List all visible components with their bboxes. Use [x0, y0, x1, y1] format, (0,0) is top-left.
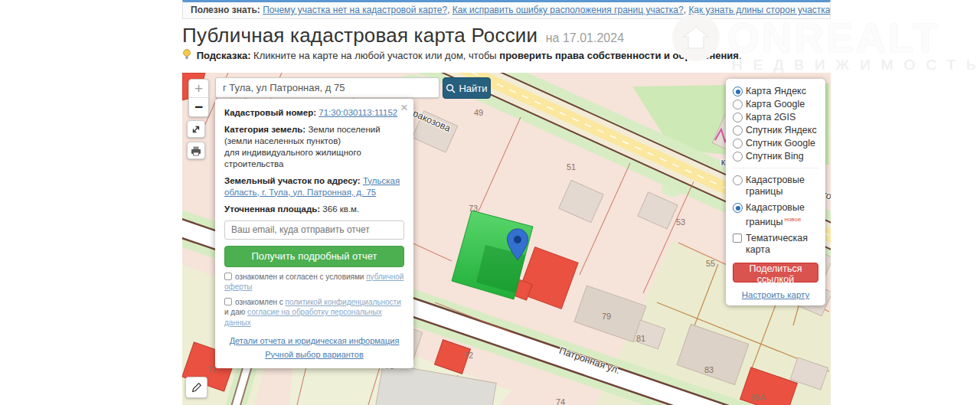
layers-panel: Карта Яндекс Карта Google Карта 2GIS Спу… — [726, 79, 825, 305]
overlay-label: Кадастровые границыновое — [746, 202, 818, 228]
parcel-info-popup: × Кадастровый номер: 71:30:030113:11152 … — [215, 99, 413, 368]
layer-option-yandex-map[interactable]: Карта Яндекс — [733, 86, 818, 97]
link-no-parcel-on-map[interactable]: Почему участка нет на кадастровой карте? — [263, 5, 447, 15]
new-badge: новое — [785, 216, 802, 223]
get-report-button[interactable]: Получить подробный отчет — [224, 246, 404, 267]
overlay-label: Тематическая карта — [746, 233, 818, 256]
layer-label: Карта Google — [746, 99, 805, 110]
consent-privacy-row: ознакомлен с политикой конфиденциальност… — [224, 297, 404, 328]
layer-label: Спутник Яндекс — [746, 125, 817, 136]
email-field[interactable] — [224, 220, 404, 240]
radio-icon — [733, 175, 743, 185]
search-button-label: Найти — [459, 83, 487, 94]
hint-bold: проверить права собственности и обремене… — [499, 50, 739, 61]
useful-links-label: Полезно знать: — [191, 5, 260, 15]
manual-choice-link[interactable]: Ручной выбор вариантов — [224, 348, 404, 362]
radio-icon — [733, 139, 743, 149]
privacy-checkbox[interactable] — [224, 298, 232, 305]
overlay-cadastral-borders-new[interactable]: Кадастровые границыновое — [733, 202, 818, 228]
parcel-number-label: 74 — [556, 397, 565, 405]
printer-icon — [191, 145, 201, 156]
close-icon[interactable]: × — [400, 100, 408, 116]
search-input[interactable] — [215, 77, 439, 98]
overlay-label: Кадастровые границы — [746, 175, 818, 198]
layer-label: Спутник Bing — [746, 151, 804, 162]
parcel-number-label: 73 — [469, 204, 478, 213]
radio-icon — [733, 87, 743, 96]
fullscreen-button[interactable] — [187, 120, 205, 138]
zoom-in-button[interactable]: + — [189, 80, 208, 98]
link-fix-boundary-error[interactable]: Как исправить ошибку расположения границ… — [452, 5, 684, 15]
land-category-row: Категория земель: Земли поселений (земли… — [224, 124, 404, 170]
land-category-label: Категория земель: — [224, 125, 305, 134]
layer-option-google-sat[interactable]: Спутник Google — [733, 138, 818, 149]
configure-map-link[interactable]: Настроить карту — [733, 290, 818, 299]
radio-icon — [733, 113, 743, 122]
consent-privacy-text2: и даю — [224, 308, 245, 316]
checkbox-icon — [733, 234, 742, 243]
parcel-number-label: 79 — [602, 312, 611, 321]
report-details-link[interactable]: Детали отчета и юридическая информация — [224, 335, 404, 348]
useful-links-bar: Полезно знать: Почему участка нет на кад… — [182, 0, 831, 19]
lightbulb-icon — [182, 49, 191, 60]
search-icon — [446, 83, 456, 93]
overlay-cadastral-borders[interactable]: Кадастровые границы — [733, 175, 818, 198]
consent-privacy-text: ознакомлен с — [235, 298, 283, 306]
offer-checkbox[interactable] — [224, 273, 232, 280]
separator: , — [447, 5, 452, 15]
area-row: Уточненная площадь: 366 кв.м. — [224, 204, 404, 215]
share-link-button[interactable]: Поделиться ссылкой — [733, 263, 818, 283]
cadastral-number-label: Кадастровый номер: — [224, 108, 316, 117]
area-value: 366 кв.м. — [322, 204, 359, 214]
layer-option-google-map[interactable]: Карта Google — [733, 99, 818, 110]
measure-button[interactable] — [185, 377, 207, 398]
layer-label: Карта 2GIS — [746, 112, 795, 123]
hint-label: Подсказка: — [197, 50, 251, 61]
link-side-lengths[interactable]: Как узнать длины сторон участка? — [688, 5, 831, 15]
consent-offer-row: ознакомлен и согласен с условиями публич… — [224, 272, 404, 292]
page-title: Публичная кадастровая карта России — [182, 24, 537, 47]
address-label: Земельный участок по адресу: — [224, 176, 361, 185]
layer-label: Спутник Google — [746, 138, 815, 149]
parcel-number-label: 53 — [676, 217, 685, 227]
parcel-number-label: 49 — [474, 108, 483, 117]
watermark-subtitle: НЕДВИЖИМОСТЬ — [732, 57, 980, 73]
land-category-value2: для индивидуального жилищного строительс… — [224, 147, 404, 170]
hint-row: Подсказка: Кликните на карте на любой уч… — [182, 49, 742, 61]
zoom-control: + − — [188, 79, 209, 117]
cadastral-number-row: Кадастровый номер: 71:30:030113:11152 — [224, 107, 404, 119]
search-button[interactable]: Найти — [443, 77, 491, 99]
layer-option-bing-sat[interactable]: Спутник Bing — [733, 151, 818, 162]
street-label: Патронная ул. — [557, 345, 621, 376]
expand-icon — [191, 124, 201, 135]
radio-icon — [733, 203, 743, 213]
page-header: Публичная кадастровая карта России на 17… — [182, 24, 624, 47]
onrealt-watermark: ONREALT НЕДВИЖИМОСТЬ — [672, 14, 980, 73]
parcel-number-label: 51 — [567, 162, 576, 171]
print-button[interactable] — [187, 142, 205, 159]
parcel-number-label: 72 — [464, 351, 473, 360]
watermark-title: ONREALT — [727, 14, 940, 61]
radio-icon — [733, 152, 743, 162]
address-row: Земельный участок по адресу: Тульская об… — [224, 175, 404, 198]
overlay-section: Кадастровые границы Кадастровые границын… — [733, 168, 818, 256]
popup-footer-links: Детали отчета и юридическая информация Р… — [224, 335, 404, 361]
layer-option-yandex-sat[interactable]: Спутник Яндекс — [733, 125, 818, 136]
page-date: на 17.01.2024 — [546, 31, 624, 44]
parcel-number-label: 55 — [706, 259, 715, 268]
cadastral-number-link[interactable]: 71:30:030113:11152 — [318, 108, 397, 117]
layer-label: Карта Яндекс — [746, 86, 806, 97]
parcel-number-label: 83 — [704, 365, 714, 374]
zoom-out-button[interactable]: − — [189, 98, 208, 116]
parcel-number-label: 81 — [636, 334, 645, 343]
personal-data-link[interactable]: согласие на обработку персональных данны… — [224, 308, 382, 327]
parcel-number-label: 85А — [750, 393, 766, 402]
area-label: Уточненная площадь: — [224, 204, 320, 214]
hint-period: . — [739, 50, 742, 61]
overlay-thematic-map[interactable]: Тематическая карта — [733, 233, 818, 256]
layer-option-2gis-map[interactable]: Карта 2GIS — [733, 112, 818, 123]
pencil-icon — [191, 381, 203, 394]
radio-icon — [733, 100, 743, 109]
hint-text: Кликните на карте на любой участок или д… — [253, 50, 497, 61]
privacy-policy-link[interactable]: политикой конфиденциальности — [286, 298, 401, 306]
